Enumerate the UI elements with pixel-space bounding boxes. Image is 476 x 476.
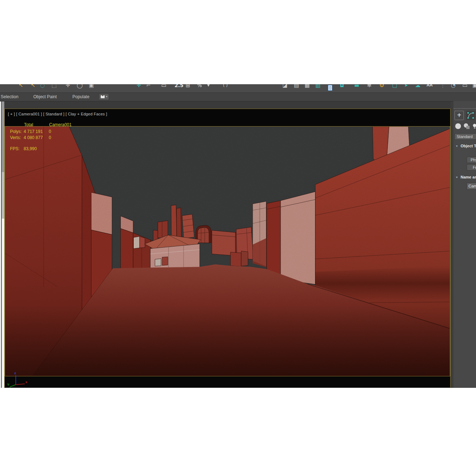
select-by-name-icon[interactable]: ✛ bbox=[66, 84, 70, 89]
material-editor-icon[interactable]: ◘ bbox=[340, 84, 344, 89]
layer-panel-icon[interactable]: ◪ bbox=[282, 84, 287, 89]
dropdown-arrow-icon: ▼ bbox=[105, 95, 108, 98]
percent-snap-icon[interactable]: % bbox=[197, 84, 202, 89]
ribbon-tab-bar: Selection Object Paint Populate ▼ ▼ bbox=[0, 93, 476, 101]
snap-magnet-icon[interactable]: ✛ bbox=[137, 84, 141, 89]
chevron-down-icon: ▼ bbox=[101, 94, 104, 97]
scale-gizmo-icon[interactable]: ▣ bbox=[89, 84, 94, 89]
category-geometry-icon[interactable] bbox=[455, 123, 461, 129]
rotate-gizmo-icon[interactable]: ◯ bbox=[77, 84, 83, 89]
free-camera-button[interactable]: Free bbox=[467, 164, 476, 171]
stats-verts-camera: 0 bbox=[49, 135, 51, 140]
stats-fps-value: 83,990 bbox=[24, 146, 37, 151]
camera-frame bbox=[5, 126, 450, 376]
axis-z-label: z bbox=[14, 371, 16, 375]
camera-viewport-scene[interactable] bbox=[5, 127, 450, 376]
command-panel: + Standard ▼ Object Type bbox=[453, 101, 476, 388]
scene-explorer-icon[interactable]: ▦ bbox=[305, 84, 310, 89]
stats-col-total: Total bbox=[24, 122, 33, 127]
tab-modify[interactable] bbox=[466, 111, 475, 120]
rollout-object-type[interactable]: ▼ Object Type bbox=[453, 143, 476, 149]
panel-separator bbox=[454, 108, 476, 109]
angle-snap-grid-icon[interactable]: ⊞ bbox=[186, 84, 190, 89]
select-rect-region-icon[interactable]: ⬚ bbox=[52, 84, 57, 89]
modify-icon bbox=[466, 111, 475, 120]
viewport-panel-gap bbox=[451, 101, 453, 388]
stats-polys-total: 4 717 191 bbox=[24, 129, 43, 134]
render-gear-icon[interactable]: ⚙ bbox=[379, 84, 384, 89]
ribbon-overflow-dropdown[interactable]: ▼ ▼ bbox=[99, 94, 109, 100]
snap-corner-icon[interactable]: ⌐ bbox=[146, 84, 151, 89]
category-lights-icon[interactable] bbox=[472, 123, 476, 131]
stats-verts-label: Verts: bbox=[10, 135, 21, 140]
rollout-collapse-icon: ▼ bbox=[456, 145, 458, 147]
environment-icon[interactable]: ✻ bbox=[367, 84, 372, 89]
rollout-name-and-color[interactable]: ▼ Name and Color bbox=[453, 175, 476, 180]
select-cursor-icon[interactable]: ↖ bbox=[19, 84, 23, 89]
sliver-divider bbox=[1, 101, 2, 388]
snap-25d-label[interactable]: 2.5 bbox=[175, 84, 184, 89]
axis-x-label: x bbox=[25, 380, 27, 384]
select-circle-region-icon[interactable]: ◌ bbox=[40, 84, 45, 89]
graph-editor-icon[interactable]: ▥ bbox=[315, 84, 320, 89]
stats-polys-camera: 0 bbox=[49, 129, 51, 134]
main-toolbar-strip: ↖↖◌⬚✛◯▣✛⌐▭2.5⊞%▼( )◪▤▦▥▯◘▬✻⚙▢➤☁AA⋮◔▭▣ bbox=[0, 84, 476, 93]
box-tool-icon[interactable]: ▣ bbox=[472, 84, 476, 89]
render-pointer-icon[interactable]: ➤ bbox=[404, 84, 408, 89]
snap-mode-box-icon[interactable]: ▭ bbox=[161, 84, 166, 89]
tab-create[interactable]: + bbox=[454, 111, 464, 120]
layer-list-icon[interactable]: ▤ bbox=[294, 84, 299, 89]
snap-dropdown-arrow-icon[interactable]: ▼ bbox=[207, 84, 210, 89]
stats-verts-total: 4 080 877 bbox=[24, 135, 43, 140]
camera-viewport: [ + ] [ Camera001 ] [ Standard ] [ Clay … bbox=[4, 109, 451, 387]
left-edge-sliver bbox=[0, 101, 4, 388]
ribbon-tab-selection[interactable]: Selection bbox=[1, 94, 18, 99]
select-add-cursor-icon[interactable]: ↖ bbox=[31, 84, 35, 89]
sphere-tool-icon[interactable]: ◔ bbox=[451, 84, 456, 89]
toolbar-separator[interactable]: ⋮ bbox=[440, 84, 446, 89]
object-name-field[interactable]: Camera001 bbox=[467, 183, 476, 190]
application-window: ↖↖◌⬚✛◯▣✛⌐▭2.5⊞%▼( )◪▤▦▥▯◘▬✻⚙▢➤☁AA⋮◔▭▣ Se… bbox=[0, 0, 476, 476]
rollout-name-color-title: Name and Color bbox=[461, 175, 476, 179]
physical-camera-button[interactable]: Physical bbox=[467, 157, 476, 163]
render-setup-bar-icon[interactable]: ▬ bbox=[354, 84, 359, 89]
axis-y-label: Y bbox=[7, 383, 9, 386]
camera-type-dropdown[interactable]: Standard bbox=[454, 133, 476, 140]
scene-states-icon[interactable]: AA bbox=[427, 84, 433, 89]
ribbon-tab-populate[interactable]: Populate bbox=[72, 94, 89, 99]
rollout-object-type-title: Object Type bbox=[461, 144, 476, 148]
mirror-brackets-icon[interactable]: ( ) bbox=[223, 84, 228, 89]
render-frame-icon[interactable]: ▢ bbox=[392, 84, 397, 89]
rollout-collapse-icon: ▼ bbox=[456, 176, 458, 178]
ribbon-tab-object-paint[interactable]: Object Paint bbox=[33, 94, 57, 99]
category-shapes-icon[interactable] bbox=[464, 123, 470, 129]
sliver-scrollbar[interactable] bbox=[2, 172, 4, 219]
stats-col-camera: Camera001 bbox=[49, 122, 72, 127]
viewport-label-menu[interactable]: [ + ] [ Camera001 ] [ Standard ] [ Clay … bbox=[8, 112, 107, 116]
scene-grain bbox=[5, 127, 450, 376]
cloud-render-icon[interactable]: ☁ bbox=[415, 84, 420, 89]
stats-polys-label: Polys: bbox=[10, 129, 22, 134]
stats-fps-label: FPS: bbox=[10, 146, 20, 151]
sliver-shade-top bbox=[2, 101, 4, 172]
capsule-tool-icon[interactable]: ▭ bbox=[462, 84, 467, 89]
world-axis-gizmo: z Y x bbox=[7, 371, 35, 389]
active-tool-icon[interactable]: ▯ bbox=[328, 85, 332, 91]
